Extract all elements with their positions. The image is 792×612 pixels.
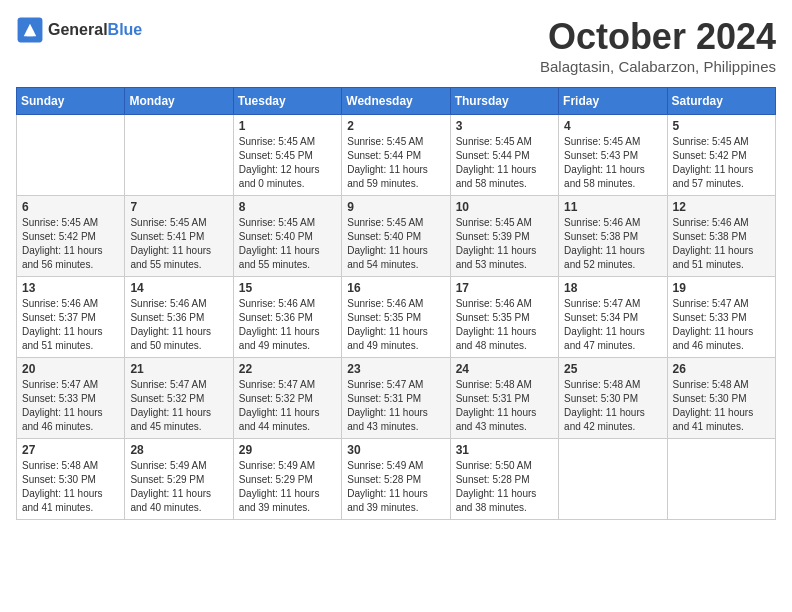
calendar-cell: 22Sunrise: 5:47 AMSunset: 5:32 PMDayligh…: [233, 358, 341, 439]
svg-rect-2: [27, 30, 33, 36]
day-info: Sunrise: 5:49 AMSunset: 5:29 PMDaylight:…: [130, 459, 227, 515]
calendar-cell: 9Sunrise: 5:45 AMSunset: 5:40 PMDaylight…: [342, 196, 450, 277]
day-info: Sunrise: 5:48 AMSunset: 5:30 PMDaylight:…: [673, 378, 770, 434]
calendar-cell: [559, 439, 667, 520]
day-number: 11: [564, 200, 661, 214]
day-number: 16: [347, 281, 444, 295]
day-number: 2: [347, 119, 444, 133]
calendar-cell: 10Sunrise: 5:45 AMSunset: 5:39 PMDayligh…: [450, 196, 558, 277]
calendar-cell: 5Sunrise: 5:45 AMSunset: 5:42 PMDaylight…: [667, 115, 775, 196]
day-info: Sunrise: 5:45 AMSunset: 5:40 PMDaylight:…: [347, 216, 444, 272]
header-saturday: Saturday: [667, 88, 775, 115]
day-info: Sunrise: 5:47 AMSunset: 5:33 PMDaylight:…: [22, 378, 119, 434]
day-info: Sunrise: 5:45 AMSunset: 5:41 PMDaylight:…: [130, 216, 227, 272]
calendar-cell: 12Sunrise: 5:46 AMSunset: 5:38 PMDayligh…: [667, 196, 775, 277]
day-info: Sunrise: 5:45 AMSunset: 5:42 PMDaylight:…: [673, 135, 770, 191]
calendar-cell: 31Sunrise: 5:50 AMSunset: 5:28 PMDayligh…: [450, 439, 558, 520]
calendar-cell: 11Sunrise: 5:46 AMSunset: 5:38 PMDayligh…: [559, 196, 667, 277]
calendar-cell: 21Sunrise: 5:47 AMSunset: 5:32 PMDayligh…: [125, 358, 233, 439]
day-info: Sunrise: 5:47 AMSunset: 5:32 PMDaylight:…: [130, 378, 227, 434]
day-number: 8: [239, 200, 336, 214]
calendar-cell: 19Sunrise: 5:47 AMSunset: 5:33 PMDayligh…: [667, 277, 775, 358]
day-number: 7: [130, 200, 227, 214]
calendar-cell: 27Sunrise: 5:48 AMSunset: 5:30 PMDayligh…: [17, 439, 125, 520]
day-info: Sunrise: 5:45 AMSunset: 5:45 PMDaylight:…: [239, 135, 336, 191]
day-info: Sunrise: 5:47 AMSunset: 5:34 PMDaylight:…: [564, 297, 661, 353]
day-number: 28: [130, 443, 227, 457]
calendar-week-2: 6Sunrise: 5:45 AMSunset: 5:42 PMDaylight…: [17, 196, 776, 277]
day-info: Sunrise: 5:48 AMSunset: 5:30 PMDaylight:…: [22, 459, 119, 515]
calendar-week-1: 1Sunrise: 5:45 AMSunset: 5:45 PMDaylight…: [17, 115, 776, 196]
day-number: 4: [564, 119, 661, 133]
day-info: Sunrise: 5:46 AMSunset: 5:38 PMDaylight:…: [673, 216, 770, 272]
calendar-cell: 20Sunrise: 5:47 AMSunset: 5:33 PMDayligh…: [17, 358, 125, 439]
day-info: Sunrise: 5:47 AMSunset: 5:33 PMDaylight:…: [673, 297, 770, 353]
day-info: Sunrise: 5:46 AMSunset: 5:36 PMDaylight:…: [239, 297, 336, 353]
page-header: General Blue October 2024 Balagtasin, Ca…: [16, 16, 776, 75]
calendar-cell: 2Sunrise: 5:45 AMSunset: 5:44 PMDaylight…: [342, 115, 450, 196]
day-info: Sunrise: 5:47 AMSunset: 5:32 PMDaylight:…: [239, 378, 336, 434]
calendar-week-3: 13Sunrise: 5:46 AMSunset: 5:37 PMDayligh…: [17, 277, 776, 358]
calendar-cell: 18Sunrise: 5:47 AMSunset: 5:34 PMDayligh…: [559, 277, 667, 358]
calendar-cell: 7Sunrise: 5:45 AMSunset: 5:41 PMDaylight…: [125, 196, 233, 277]
header-thursday: Thursday: [450, 88, 558, 115]
calendar-cell: 23Sunrise: 5:47 AMSunset: 5:31 PMDayligh…: [342, 358, 450, 439]
day-number: 27: [22, 443, 119, 457]
day-number: 14: [130, 281, 227, 295]
day-info: Sunrise: 5:50 AMSunset: 5:28 PMDaylight:…: [456, 459, 553, 515]
logo: General Blue: [16, 16, 142, 44]
day-info: Sunrise: 5:47 AMSunset: 5:31 PMDaylight:…: [347, 378, 444, 434]
calendar-cell: 29Sunrise: 5:49 AMSunset: 5:29 PMDayligh…: [233, 439, 341, 520]
day-info: Sunrise: 5:48 AMSunset: 5:31 PMDaylight:…: [456, 378, 553, 434]
calendar-body: 1Sunrise: 5:45 AMSunset: 5:45 PMDaylight…: [17, 115, 776, 520]
day-number: 10: [456, 200, 553, 214]
calendar-table: SundayMondayTuesdayWednesdayThursdayFrid…: [16, 87, 776, 520]
day-info: Sunrise: 5:46 AMSunset: 5:38 PMDaylight:…: [564, 216, 661, 272]
day-number: 17: [456, 281, 553, 295]
day-number: 24: [456, 362, 553, 376]
location-title: Balagtasin, Calabarzon, Philippines: [540, 58, 776, 75]
calendar-cell: 14Sunrise: 5:46 AMSunset: 5:36 PMDayligh…: [125, 277, 233, 358]
calendar-cell: 3Sunrise: 5:45 AMSunset: 5:44 PMDaylight…: [450, 115, 558, 196]
calendar-cell: [125, 115, 233, 196]
day-info: Sunrise: 5:45 AMSunset: 5:44 PMDaylight:…: [456, 135, 553, 191]
day-info: Sunrise: 5:45 AMSunset: 5:43 PMDaylight:…: [564, 135, 661, 191]
day-info: Sunrise: 5:46 AMSunset: 5:35 PMDaylight:…: [456, 297, 553, 353]
day-number: 15: [239, 281, 336, 295]
calendar-header-row: SundayMondayTuesdayWednesdayThursdayFrid…: [17, 88, 776, 115]
calendar-cell: 6Sunrise: 5:45 AMSunset: 5:42 PMDaylight…: [17, 196, 125, 277]
day-info: Sunrise: 5:49 AMSunset: 5:29 PMDaylight:…: [239, 459, 336, 515]
day-number: 5: [673, 119, 770, 133]
header-wednesday: Wednesday: [342, 88, 450, 115]
day-info: Sunrise: 5:46 AMSunset: 5:36 PMDaylight:…: [130, 297, 227, 353]
calendar-cell: 25Sunrise: 5:48 AMSunset: 5:30 PMDayligh…: [559, 358, 667, 439]
calendar-cell: 8Sunrise: 5:45 AMSunset: 5:40 PMDaylight…: [233, 196, 341, 277]
calendar-cell: 1Sunrise: 5:45 AMSunset: 5:45 PMDaylight…: [233, 115, 341, 196]
calendar-cell: 24Sunrise: 5:48 AMSunset: 5:31 PMDayligh…: [450, 358, 558, 439]
calendar-cell: 26Sunrise: 5:48 AMSunset: 5:30 PMDayligh…: [667, 358, 775, 439]
day-number: 21: [130, 362, 227, 376]
day-info: Sunrise: 5:46 AMSunset: 5:37 PMDaylight:…: [22, 297, 119, 353]
day-info: Sunrise: 5:48 AMSunset: 5:30 PMDaylight:…: [564, 378, 661, 434]
calendar-cell: 15Sunrise: 5:46 AMSunset: 5:36 PMDayligh…: [233, 277, 341, 358]
day-number: 23: [347, 362, 444, 376]
header-sunday: Sunday: [17, 88, 125, 115]
day-number: 6: [22, 200, 119, 214]
calendar-cell: [17, 115, 125, 196]
day-info: Sunrise: 5:46 AMSunset: 5:35 PMDaylight:…: [347, 297, 444, 353]
header-tuesday: Tuesday: [233, 88, 341, 115]
day-number: 31: [456, 443, 553, 457]
logo-blue: Blue: [108, 21, 143, 39]
header-monday: Monday: [125, 88, 233, 115]
day-number: 9: [347, 200, 444, 214]
calendar-cell: 4Sunrise: 5:45 AMSunset: 5:43 PMDaylight…: [559, 115, 667, 196]
calendar-cell: 28Sunrise: 5:49 AMSunset: 5:29 PMDayligh…: [125, 439, 233, 520]
day-number: 29: [239, 443, 336, 457]
day-info: Sunrise: 5:45 AMSunset: 5:39 PMDaylight:…: [456, 216, 553, 272]
calendar-cell: 13Sunrise: 5:46 AMSunset: 5:37 PMDayligh…: [17, 277, 125, 358]
calendar-cell: [667, 439, 775, 520]
day-number: 13: [22, 281, 119, 295]
calendar-week-4: 20Sunrise: 5:47 AMSunset: 5:33 PMDayligh…: [17, 358, 776, 439]
title-block: October 2024 Balagtasin, Calabarzon, Phi…: [540, 16, 776, 75]
month-title: October 2024: [540, 16, 776, 58]
